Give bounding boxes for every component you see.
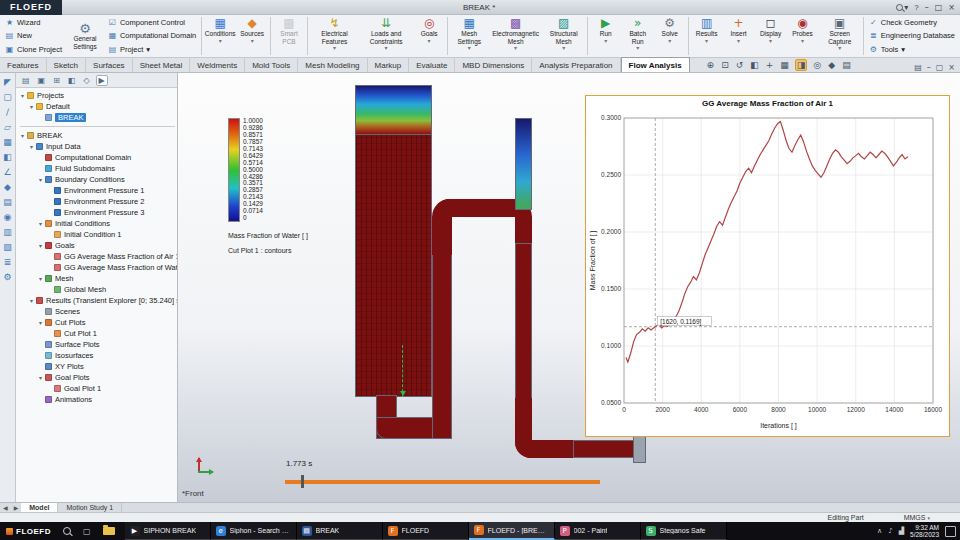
taskbar-button-floefd-break[interactable]: FFLOEFD - [BREAK *] [469,522,555,540]
tree-item-global-mesh[interactable]: Global Mesh [18,284,177,295]
scene-settings-icon[interactable]: ▤ [841,60,852,70]
ribbon-conditions-button[interactable]: ▦Conditions▾ [204,16,236,56]
hide-show-icon[interactable]: ◎ [812,60,822,70]
tab-markup[interactable]: Markup [368,57,410,72]
ribbon-engineering-database-button[interactable]: ≣Engineering Database [869,31,955,40]
tree-item-environment-pressure-2[interactable]: Environment Pressure 2 [18,196,177,207]
tree-item-input-data[interactable]: ▾Input Data [18,141,177,152]
ribbon-screen-capture-button[interactable]: ▣Screen Capture▾ [819,16,861,56]
pan-icon[interactable]: + [765,60,775,70]
ribbon-structural-mesh-button[interactable]: ▨Structural Mesh▾ [543,16,585,56]
flow-analysis-manager-tab[interactable]: ▶ [96,75,108,86]
plane-tool-icon[interactable]: ▱ [4,122,11,132]
options-icon[interactable]: ▤ [914,63,922,72]
feature-manager-tab[interactable]: ▤ [20,76,32,85]
expander-icon[interactable]: ▾ [37,374,44,381]
tree-item-computational-domain[interactable]: Computational Domain [18,152,177,163]
taskbar-button-break[interactable]: ▤BREAK [297,522,383,540]
select-tool-icon[interactable]: ◤ [4,77,11,87]
taskbar-button-steganos-safe[interactable]: SSteganos Safe [641,522,727,540]
tree-item-boundary-conditions[interactable]: ▾Boundary Conditions [18,174,177,185]
goal-plot-window[interactable]: GG Average Mass Fraction of Air 1 020004… [585,95,950,437]
close-icon[interactable]: × [948,63,955,72]
tab-scroll-left-icon[interactable]: ◀ [0,504,11,511]
tree-item-break[interactable]: ▾BREAK [18,130,177,141]
taskbar-start-button[interactable]: FLOEFD [0,527,57,536]
ribbon-check-geometry-button[interactable]: ✓Check Geometry [869,18,955,27]
pipe-outlet[interactable] [573,440,635,458]
ribbon-batch-run-button[interactable]: »Batch Run▾ [622,16,654,56]
tab-mbd-dimensions[interactable]: MBD Dimensions [455,57,532,72]
property-manager-tab[interactable]: ▣ [36,76,48,85]
ribbon-sources-button[interactable]: ◆Sources▾ [236,16,268,56]
tree-item-environment-pressure-3[interactable]: Environment Pressure 3 [18,207,177,218]
list-tool-icon[interactable]: ≣ [4,257,12,267]
tab-sheet-metal[interactable]: Sheet Metal [133,57,191,72]
zoom-area-icon[interactable]: ⊡ [720,60,730,70]
tree-item-scenes[interactable]: Scenes [18,306,177,317]
sketch-tool-icon[interactable]: ∕ [6,107,9,117]
units-selector[interactable]: MMGS ▾ [904,514,930,521]
action-center-button[interactable] [945,526,956,537]
float-icon[interactable]: ▢ [936,63,944,72]
tab-scroll-right-icon[interactable]: ▶ [11,504,22,511]
plot-tool-icon[interactable]: ▥ [3,227,12,237]
tree-item-default[interactable]: ▾Default [18,101,177,112]
ribbon-clone-project-button[interactable]: ▣Clone Project [5,45,62,54]
tree-item-cut-plots[interactable]: ▾Cut Plots [18,317,177,328]
expander-icon[interactable]: ▾ [37,242,44,249]
section-view-icon[interactable]: ◧ [749,60,760,70]
ribbon-computational-domain-button[interactable]: ▦Computational Domain [108,31,196,40]
box-select-tool-icon[interactable]: ▢ [3,92,12,102]
dimxpert-manager-tab[interactable]: ◇ [81,76,91,85]
tab-surfaces[interactable]: Surfaces [86,57,133,72]
tab-features[interactable]: Features [0,57,47,72]
scene-tool-icon[interactable]: ▤ [3,197,12,207]
taskbar-button-siphon-search-re[interactable]: eSiphon - Search Re... [211,522,297,540]
ribbon-wizard-button[interactable]: ★Wizard [5,18,62,27]
tree-item-initial-conditions[interactable]: ▾Initial Conditions [18,218,177,229]
taskbar-button-002-paint[interactable]: P002 - Paint [555,522,641,540]
taskbar-clock[interactable]: 9:32 AM 5/28/2023 [910,524,939,538]
ribbon-mesh-settings-button[interactable]: ▦Mesh Settings▾ [450,16,489,56]
maximize-icon[interactable]: □ [935,3,943,12]
tree-item-results-transient-explorer-0-35-240-s[interactable]: ▾Results (Transient Explorer [0; 35.240]… [18,295,177,306]
expander-icon[interactable]: ▾ [19,92,26,99]
expander-icon[interactable]: ▾ [28,143,35,150]
tree-item-xy-plots[interactable]: XY Plots [18,361,177,372]
search-icon[interactable]: ▾ [896,3,908,12]
probe-tool-icon[interactable]: ◉ [4,212,12,222]
tab-weldments[interactable]: Weldments [190,57,245,72]
tree-item-goal-plots[interactable]: ▾Goal Plots [18,372,177,383]
tree-item-break[interactable]: BREAK [18,112,177,123]
timeline-thumb[interactable] [301,475,304,488]
tree-item-gg-average-mass-fraction-of-water-2[interactable]: GG Average Mass Fraction of Water 2 [18,262,177,273]
ribbon-run-button[interactable]: ▶Run▾ [590,16,622,56]
graphics-viewport[interactable]: 1.00000.92860.85710.78570.71430.64290.57… [178,73,960,502]
tree-item-projects[interactable]: ▾Projects [18,90,177,101]
file-explorer-button[interactable] [97,527,121,535]
minimize-icon[interactable]: – [927,63,931,72]
appearance-icon[interactable]: ◆ [827,60,836,70]
ribbon-probes-button[interactable]: ◉Probes▾ [787,16,819,56]
expander-icon[interactable]: ▾ [28,297,35,304]
ribbon-tools-button[interactable]: ⚙Tools▾ [869,45,955,54]
taskbar-search-button[interactable] [57,527,77,535]
ribbon-goals-button[interactable]: ◎Goals▾ [413,16,445,56]
tree-item-surface-plots[interactable]: Surface Plots [18,339,177,350]
zone-tool-icon[interactable]: ▧ [3,242,12,252]
tree-item-mesh[interactable]: ▾Mesh [18,273,177,284]
ribbon-solve-button[interactable]: ⚙Solve▾ [654,16,686,56]
previous-view-icon[interactable]: ↺ [735,60,745,70]
tab-mesh-modeling[interactable]: Mesh Modeling [298,57,367,72]
tree-item-goals[interactable]: ▾Goals [18,240,177,251]
pipe-air-inlet[interactable] [515,118,532,210]
ribbon-new-button[interactable]: ▤New [5,31,62,40]
display-manager-tab[interactable]: ◧ [66,76,78,85]
network-icon[interactable]: ▟ [899,527,904,535]
color-legend[interactable]: 1.00000.92860.85710.78570.71430.64290.57… [228,118,308,254]
taskbar-button-floefd[interactable]: FFLOEFD [383,522,469,540]
tree-item-isosurfaces[interactable]: Isosurfaces [18,350,177,361]
tree-item-gg-average-mass-fraction-of-air-1[interactable]: GG Average Mass Fraction of Air 1 [18,251,177,262]
configuration-manager-tab[interactable]: ⊞ [51,76,62,85]
